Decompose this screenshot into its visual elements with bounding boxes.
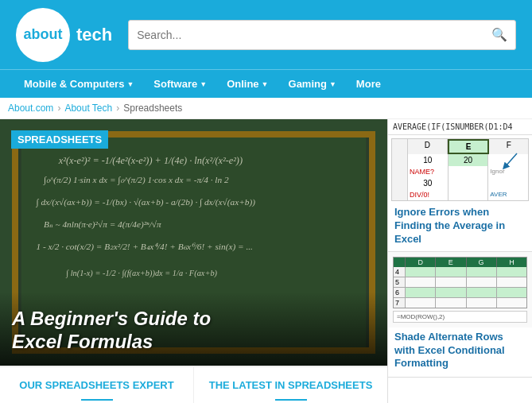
hero-title-line2: Excel Formulas [12, 331, 153, 352]
ss-col-d: D [408, 139, 448, 154]
sidebar-card-1-content: Ignore Errors when Finding the Average i… [388, 201, 532, 251]
nav-item-more[interactable]: More [348, 70, 389, 99]
bottom-divider-1 [81, 399, 113, 401]
logo-circle: about [16, 8, 70, 62]
ss-cell [488, 177, 528, 189]
chevron-down-icon: ▼ [126, 80, 134, 88]
ss-col-e: E [448, 139, 490, 154]
breadcrumb-sep1: › [57, 103, 60, 114]
hero-section: SPREADSHEETS x²(x-e²)² = -1/(4e²(x-e²)) … [0, 119, 387, 366]
bottom-heading-latest: THE LATEST IN SPREADSHEETS [206, 379, 375, 391]
hero-overlay: A Beginner's Guide to Excel Formulas [0, 292, 387, 366]
ss-row-num [392, 189, 408, 200]
ss-cell-active: 20 [449, 154, 489, 166]
logo-about-text: about [24, 26, 63, 43]
hero-title[interactable]: A Beginner's Guide to Excel Formulas [12, 308, 375, 354]
svg-text:∫ ln(1-x) = -1/2 · ∫(f(ax+b))d: ∫ ln(1-x) = -1/2 · ∫(f(ax+b))dx = 1/a · … [65, 269, 217, 278]
ss-cell: 10 [408, 154, 449, 166]
ss-cell: 30 [408, 177, 449, 189]
sidebar-card-2-title[interactable]: Shade Alternate Rows with Excel Conditio… [388, 327, 532, 378]
nav-item-online[interactable]: Online ▼ [219, 70, 276, 99]
breadcrumb-current: Spreadsheets [123, 103, 182, 114]
sidebar-formula-bar: AVERAGE(IF(ISNUMBER(D1:D4 [388, 119, 532, 135]
chevron-down-icon: ▼ [200, 80, 207, 88]
bottom-col-latest: THE LATEST IN SPREADSHEETS [194, 367, 387, 403]
ss-aver-label: AVER [488, 189, 528, 200]
header: about tech 🔍 [0, 0, 532, 69]
breadcrumb-sep2: › [116, 103, 119, 114]
svg-text:1 - x/2 · cot(x/2) = B₂x²/2! +: 1 - x/2 · cot(x/2) = B₂x²/2! + B₄x⁴/4! +… [37, 242, 253, 252]
article-area: SPREADSHEETS x²(x-e²)² = -1/(4e²(x-e²)) … [0, 119, 387, 403]
hero-tag: SPREADSHEETS [11, 130, 108, 149]
svg-line-7 [505, 153, 517, 167]
arrow-annotation [497, 149, 525, 173]
search-input[interactable] [137, 29, 491, 41]
ss-row-num [392, 154, 408, 166]
ss-corner [392, 139, 408, 154]
sidebar-card-1: D E F 10 20 NAME? Ignor [388, 135, 532, 252]
svg-text:Bₙ ~ 4nln(π·e)²√π = 4(π/4e)²ⁿ/: Bₙ ~ 4nln(π·e)²√π = 4(π/4e)²ⁿ/√π [44, 219, 161, 230]
bottom-heading-expert: OUR SPREADSHEETS EXPERT [12, 379, 181, 391]
ss-row-num [392, 177, 408, 189]
sidebar-card-1-title[interactable]: Ignore Errors when Finding the Average i… [394, 206, 526, 246]
breadcrumb: About.com › About Tech › Spreadsheets [0, 98, 532, 119]
ss-row-num [392, 166, 408, 177]
chevron-down-icon: ▼ [329, 80, 336, 88]
logo-tech-text: tech [76, 25, 112, 45]
svg-text:x²(x-e²)² = -1/(4e²(x-e²)) + 1: x²(x-e²)² = -1/(4e²(x-e²)) + 1/(4e) · ln… [58, 155, 243, 166]
breadcrumb-aboutcom[interactable]: About.com [8, 103, 53, 114]
bottom-col-expert: OUR SPREADSHEETS EXPERT [0, 367, 194, 403]
logo: about tech [16, 8, 112, 62]
search-bar[interactable]: 🔍 [128, 20, 516, 50]
ss-cell [449, 177, 489, 189]
svg-text:∫ dx/(x√(ax+b)) = -1/(bx) · √(: ∫ dx/(x√(ax+b)) = -1/(bx) · √(ax+b) - a/… [36, 197, 256, 207]
hero-title-line1: A Beginner's Guide to [12, 308, 211, 329]
ss2-formula-bar: =MOD(ROW(),2) [393, 311, 527, 323]
ss-cell-error2: DIV/0! [408, 189, 449, 200]
nav-bar: Mobile & Computers ▼ Software ▼ Online ▼… [0, 69, 532, 98]
bottom-columns: OUR SPREADSHEETS EXPERT THE LATEST IN SP… [0, 366, 387, 403]
bottom-divider-2 [275, 399, 307, 401]
ss2-grid: D E G H 4 5 [393, 257, 527, 308]
sidebar-card-2: D E G H 4 5 [388, 252, 532, 378]
ss-cell-error: NAME? [408, 166, 449, 177]
chevron-down-icon: ▼ [262, 80, 269, 88]
ss-cell [449, 166, 489, 177]
ss2-grid-area: D E G H 4 5 [388, 252, 532, 327]
nav-item-gaming[interactable]: Gaming ▼ [281, 70, 344, 99]
svg-text:∫₀^(π/2) 1·sin x dx = ∫₀^(π/2): ∫₀^(π/2) 1·sin x dx = ∫₀^(π/2) 1·cos x d… [43, 175, 229, 185]
main-content: SPREADSHEETS x²(x-e²)² = -1/(4e²(x-e²)) … [0, 119, 532, 403]
nav-item-software[interactable]: Software ▼ [146, 70, 215, 99]
nav-item-mobile[interactable]: Mobile & Computers ▼ [16, 70, 142, 99]
ss-cell [449, 189, 489, 200]
search-icon[interactable]: 🔍 [491, 27, 507, 42]
sidebar: AVERAGE(IF(ISNUMBER(D1:D4 D E F 10 20 [387, 119, 532, 403]
breadcrumb-abouttech[interactable]: About Tech [64, 103, 112, 114]
